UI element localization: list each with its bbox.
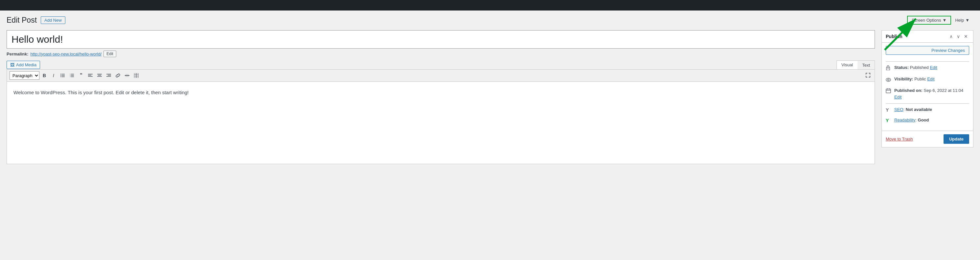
svg-point-6	[60, 75, 61, 76]
blockquote-button[interactable]: "	[77, 71, 85, 80]
seo-row: Y SEO: Not available	[886, 106, 969, 114]
page-title: Edit Post	[6, 16, 37, 25]
visual-tab[interactable]: Visual	[837, 61, 858, 69]
eye-icon	[886, 76, 892, 84]
page-header: Edit Post Add New Screen Options ▼ Help …	[0, 11, 980, 27]
svg-rect-20	[107, 74, 111, 75]
publish-box-collapse-down[interactable]: ∨	[955, 33, 961, 40]
visual-text-tabs: Visual Text	[837, 60, 875, 69]
svg-rect-9	[71, 75, 74, 76]
editor-content[interactable]: Welcome to WordPress. This is your first…	[7, 82, 875, 164]
svg-point-33	[888, 79, 889, 81]
status-text: Status: Published Edit	[894, 64, 937, 71]
align-left-button[interactable]	[86, 71, 95, 80]
svg-rect-23	[125, 75, 129, 76]
svg-rect-14	[88, 74, 92, 75]
permalink-edit-button[interactable]: Edit	[103, 51, 116, 57]
svg-rect-4	[62, 76, 65, 77]
publish-box-header: Publish ∧ ∨ ✕	[882, 30, 973, 43]
screen-options-arrow: ▼	[943, 18, 947, 23]
link-button[interactable]	[114, 71, 122, 80]
svg-point-31	[888, 68, 889, 69]
svg-rect-17	[97, 74, 102, 75]
add-media-label: Add Media	[16, 62, 37, 67]
more-button[interactable]	[123, 71, 131, 80]
publish-box-close[interactable]: ✕	[963, 33, 969, 40]
main-content: Permalink: http://yoast-seo-new.local/he…	[0, 27, 980, 164]
sidebar: Publish ∧ ∨ ✕ Preview Changes	[881, 30, 974, 164]
numbered-list-button[interactable]: 123	[68, 71, 76, 80]
editor-wrapper: Paragraph B I 123 "	[6, 69, 875, 164]
bullet-list-button[interactable]	[59, 71, 67, 80]
permalink-row: Permalink: http://yoast-seo-new.local/he…	[6, 51, 875, 57]
svg-point-5	[60, 74, 61, 75]
svg-rect-34	[886, 89, 891, 93]
svg-rect-15	[88, 75, 91, 76]
table-button[interactable]	[132, 71, 140, 80]
preview-changes-button[interactable]: Preview Changes	[886, 46, 969, 55]
add-media-icon: 🖼	[10, 62, 14, 67]
add-media-button[interactable]: 🖼 Add Media	[6, 61, 40, 69]
align-center-button[interactable]	[95, 71, 104, 80]
expand-editor-button[interactable]	[864, 72, 872, 79]
calendar-icon	[886, 88, 892, 95]
permalink-label: Permalink:	[6, 52, 28, 57]
help-button[interactable]: Help ▼	[951, 16, 974, 24]
svg-rect-24	[126, 74, 129, 75]
seo-label[interactable]: SEO	[894, 107, 903, 112]
publish-box-collapse-up[interactable]: ∧	[948, 33, 954, 40]
screen-options-label: Screen Options	[912, 18, 941, 23]
svg-point-32	[886, 78, 891, 81]
svg-rect-3	[62, 75, 65, 76]
divider-2	[886, 103, 969, 104]
visibility-row: Visibility: Public Edit	[886, 76, 969, 84]
bold-button[interactable]: B	[40, 71, 49, 80]
svg-rect-10	[71, 76, 74, 77]
publish-box-title: Publish	[886, 34, 902, 39]
help-arrow: ▼	[965, 18, 969, 23]
screen-options-button[interactable]: Screen Options ▼	[907, 16, 951, 25]
readability-label[interactable]: Readability	[894, 117, 915, 122]
visibility-text: Visibility: Public Edit	[894, 76, 935, 82]
svg-rect-2	[62, 74, 65, 75]
help-label: Help	[955, 18, 964, 23]
svg-rect-16	[88, 76, 92, 77]
format-toolbar: Paragraph B I 123 "	[7, 70, 875, 82]
published-on-edit-link[interactable]: Edit	[894, 95, 902, 100]
align-right-button[interactable]	[105, 71, 113, 80]
status-row: Status: Published Edit	[886, 64, 969, 73]
readability-text: Readability: Good	[894, 117, 929, 124]
publish-box-footer: Move to Trash Update	[882, 131, 973, 147]
update-button[interactable]: Update	[943, 134, 969, 144]
svg-text:3: 3	[70, 76, 71, 78]
publish-box-body: Preview Changes Status: Published Edit	[882, 43, 973, 131]
svg-rect-25	[126, 76, 129, 77]
permalink-link[interactable]: http://yoast-seo-new.local/hello-world/	[30, 52, 102, 57]
editor-text: Welcome to WordPress. This is your first…	[13, 88, 868, 97]
editor-area: Permalink: http://yoast-seo-new.local/he…	[6, 30, 875, 164]
lock-icon	[886, 65, 892, 73]
visibility-edit-link[interactable]: Edit	[927, 76, 934, 81]
italic-button[interactable]: I	[49, 71, 58, 80]
admin-bar	[0, 0, 980, 11]
readability-row: Y Readability: Good	[886, 117, 969, 124]
published-on-row: Published on: Sep 6, 2022 at 11:04Edit	[886, 87, 969, 100]
text-tab[interactable]: Text	[858, 61, 875, 69]
svg-rect-19	[97, 76, 102, 77]
svg-rect-22	[107, 76, 111, 77]
yoast-seo-icon: Y	[886, 107, 892, 114]
svg-rect-21	[108, 75, 111, 76]
svg-rect-18	[98, 75, 101, 76]
yoast-readability-icon: Y	[886, 117, 892, 124]
svg-rect-8	[71, 74, 74, 75]
seo-text: SEO: Not available	[894, 106, 932, 113]
post-title-input[interactable]	[6, 30, 875, 49]
move-to-trash-link[interactable]: Move to Trash	[886, 136, 913, 141]
svg-point-7	[60, 76, 61, 77]
published-on-text: Published on: Sep 6, 2022 at 11:04Edit	[894, 87, 963, 100]
editor-toolbar-row: 🖼 Add Media Visual Text	[6, 60, 875, 69]
publish-box: Publish ∧ ∨ ✕ Preview Changes	[881, 30, 974, 147]
add-new-button[interactable]: Add New	[41, 16, 65, 24]
paragraph-select[interactable]: Paragraph	[10, 71, 40, 80]
status-edit-link[interactable]: Edit	[930, 65, 937, 70]
